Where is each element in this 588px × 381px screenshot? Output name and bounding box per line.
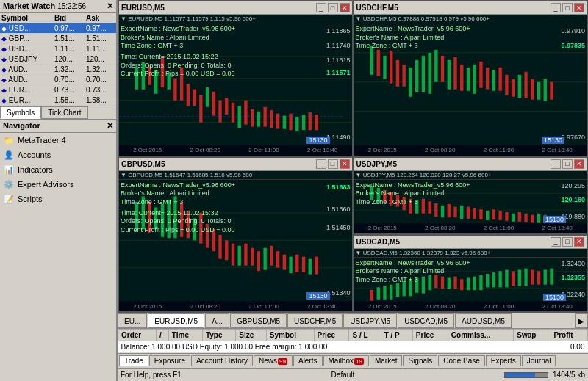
svg-rect-5: [142, 62, 145, 89]
svg-rect-96: [309, 258, 312, 274]
term-tab-signals[interactable]: Signals: [403, 355, 437, 366]
svg-rect-61: [524, 72, 527, 98]
nav-item-expert-advisors[interactable]: ⚙️Expert Advisors: [0, 177, 116, 192]
svg-rect-124: [517, 211, 520, 221]
nav-item-scripts[interactable]: 📝Scripts: [0, 192, 116, 206]
svg-rect-160: [543, 269, 546, 284]
term-tab-market[interactable]: Market: [370, 355, 403, 366]
mw-symbol-7: ◆ EUR...: [0, 95, 53, 106]
navigator-items: 📁MetaTrader 4👤Accounts📊Indicators⚙️Exper…: [0, 133, 116, 206]
term-tab-alerts[interactable]: Alerts: [293, 355, 323, 366]
svg-rect-141: [421, 276, 424, 293]
chart-tab-audusd-m5[interactable]: AUDUSD,M5: [455, 313, 512, 328]
mw-row-4[interactable]: ◆ AUD... 1.32... 1.32...: [0, 65, 116, 75]
svg-rect-54: [479, 62, 482, 88]
chart-minimize-eurusd[interactable]: _: [316, 3, 326, 12]
navigator-close[interactable]: ✕: [107, 121, 113, 131]
term-tab-mailbox[interactable]: Mailbox19: [323, 355, 369, 366]
chart-close-usdcad[interactable]: ✕: [574, 237, 584, 247]
svg-rect-101: [370, 186, 373, 200]
price-usdchf-2: 0.97835: [561, 42, 585, 49]
mw-row-6[interactable]: ◆ EUR... 0.73... 0.73...: [0, 85, 116, 95]
mw-row-0[interactable]: ◆ USD... 0.97... 0.97...: [0, 23, 116, 34]
svg-rect-53: [473, 65, 476, 94]
mw-bid-5: 0.70...: [53, 75, 85, 85]
chart-tab-scroll-right[interactable]: ▶: [575, 313, 588, 328]
term-tab-journal[interactable]: Journal: [522, 355, 556, 366]
chart-body-gbpusd[interactable]: ExpertName : NewsTrader_v5.96 600+ Broke…: [119, 180, 352, 312]
svg-rect-120: [492, 209, 495, 219]
chart-close-usdjpy[interactable]: ✕: [574, 159, 584, 169]
nav-item-accounts[interactable]: 👤Accounts: [0, 148, 116, 162]
chart-body-usdcad[interactable]: ExpertName : NewsTrader_v5.96 600+ Broke…: [354, 258, 587, 311]
mw-ask-2: 1.11...: [85, 44, 116, 54]
chart-minimize-usdjpy[interactable]: _: [551, 159, 561, 169]
chart-tab-a...[interactable]: A...: [205, 313, 229, 328]
price-usdjpy-2: 120.160: [561, 196, 585, 203]
nav-item-metatrader-4[interactable]: 📁MetaTrader 4: [0, 133, 116, 148]
scroll-label-gbpusd: 15130: [306, 292, 329, 300]
chart-tab-usdjpy-m5[interactable]: USDJPY,M5: [343, 313, 397, 328]
term-tab-exposure[interactable]: Exposure: [149, 355, 190, 366]
term-tab-trade[interactable]: Trade: [119, 355, 148, 366]
market-watch-close[interactable]: ✕: [107, 1, 113, 11]
svg-rect-161: [550, 268, 553, 284]
mw-row-1[interactable]: ◆ GBP... 1.51... 1.51...: [0, 34, 116, 44]
col-type: Type: [202, 330, 235, 341]
mw-row-3[interactable]: ◆ USDJPY 120... 120...: [0, 54, 116, 65]
svg-rect-82: [218, 234, 221, 258]
balance-row: Balance: 1 000.00 USD Equity: 1 000.00 F…: [118, 341, 588, 353]
tab-symbols[interactable]: Symbols: [0, 106, 41, 119]
svg-rect-83: [225, 240, 228, 260]
chart-gbpusd: GBPUSD,M5 _ □ ✕ ▼ GBPUSD,M5 1.51647 1.51…: [118, 157, 353, 313]
mw-ask-5: 0.70...: [85, 75, 116, 85]
term-tab-experts[interactable]: Experts: [486, 355, 521, 366]
mw-row-7[interactable]: ◆ EUR... 1.58... 1.58...: [0, 95, 116, 106]
svg-rect-113: [447, 203, 450, 217]
market-watch-table: Symbol Bid Ask ◆ USD... 0.97... 0.97... …: [0, 13, 116, 106]
svg-rect-88: [257, 251, 260, 271]
svg-rect-102: [376, 187, 379, 202]
term-tab-code-base[interactable]: Code Base: [438, 355, 484, 366]
chart-minimize-usdchf[interactable]: _: [551, 3, 561, 12]
svg-rect-157: [524, 268, 527, 286]
svg-rect-78: [193, 218, 196, 240]
tab-tick-chart[interactable]: Tick Chart: [41, 106, 87, 119]
col-s-l: S / L: [349, 330, 381, 341]
chart-tab-usdcad-m5[interactable]: USDCAD,M5: [398, 313, 454, 328]
nav-item-indicators[interactable]: 📊Indicators: [0, 162, 116, 177]
chart-body-usdjpy[interactable]: ExpertName : NewsTrader_v5.96 600+ Broke…: [354, 180, 587, 233]
chart-maximize-usdchf[interactable]: □: [562, 3, 573, 12]
time-axis-eurusd: 2 Oct 20152 Oct 08:202 Oct 11:002 Oct 13…: [119, 145, 352, 156]
chart-tab-gbpusd-m5[interactable]: GBPUSD,M5: [230, 313, 287, 328]
chart-maximize-usdjpy[interactable]: □: [562, 159, 573, 169]
svg-rect-44: [415, 60, 417, 92]
mw-bid-1: 1.51...: [53, 34, 85, 44]
term-tab-account-history[interactable]: Account History: [191, 355, 253, 366]
svg-rect-107: [409, 198, 412, 213]
price-label-3: 1.11615: [326, 57, 351, 64]
chart-maximize-gbpusd[interactable]: □: [328, 159, 338, 169]
navigator-panel: Navigator ✕ 📁MetaTrader 4👤Accounts📊Indic…: [0, 120, 116, 381]
term-tab-news[interactable]: News99: [254, 355, 293, 366]
chart-minimize-gbpusd[interactable]: _: [316, 159, 326, 169]
chart-maximize-usdcad[interactable]: □: [562, 237, 573, 247]
svg-rect-123: [511, 213, 514, 221]
chart-close-eurusd[interactable]: ✕: [340, 3, 350, 12]
svg-rect-81: [212, 229, 215, 251]
mw-row-5[interactable]: ◆ AUD... 0.70... 0.70...: [0, 75, 116, 85]
chart-tab-usdchf-m5[interactable]: USDCHF,M5: [287, 313, 343, 328]
mw-bid-0: 0.97...: [53, 23, 85, 34]
svg-rect-142: [428, 275, 431, 290]
chart-body-usdchf[interactable]: ExpertName : NewsTrader_v5.96 600+ Broke…: [354, 23, 587, 156]
mw-row-2[interactable]: ◆ USD... 1.11... 1.11...: [0, 44, 116, 54]
chart-minimize-usdcad[interactable]: _: [551, 237, 561, 247]
charts-area: EURUSD,M5 _ □ ✕ ▼ EURUSD,M5 1.11577 1.11…: [118, 0, 588, 313]
chart-close-gbpusd[interactable]: ✕: [340, 159, 350, 169]
chart-body-eurusd[interactable]: ExpertName : NewsTrader_v5.96 600+ Broke…: [119, 23, 352, 156]
chart-tab-eu...[interactable]: EU...: [118, 313, 147, 328]
chart-maximize-eurusd[interactable]: □: [328, 3, 338, 12]
chart-tab-eurusd-m5[interactable]: EURUSD,M5: [148, 313, 204, 328]
chart-close-usdchf[interactable]: ✕: [574, 3, 584, 12]
market-watch-title: Market Watch 15:22:56: [3, 1, 86, 11]
